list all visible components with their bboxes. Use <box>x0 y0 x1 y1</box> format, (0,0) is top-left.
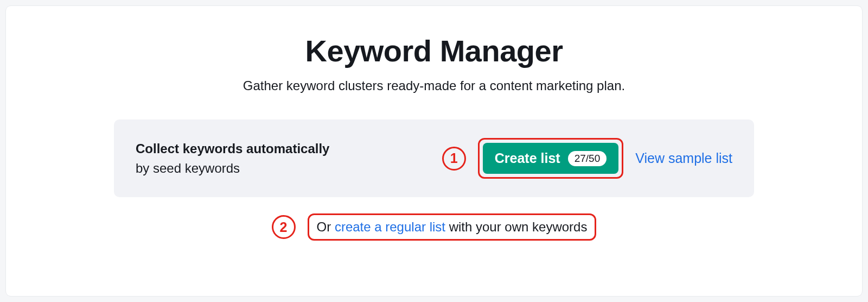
create-list-button[interactable]: Create list 27/50 <box>483 143 618 174</box>
page-title: Keyword Manager <box>305 33 563 68</box>
alt-prefix: Or <box>317 219 335 234</box>
auto-collect-text: Collect keywords automatically by seed k… <box>136 139 329 178</box>
create-list-count-pill: 27/50 <box>568 151 607 166</box>
annotation-highlight-2: Or create a regular list with your own k… <box>308 213 597 241</box>
auto-collect-right: 1 Create list 27/50 View sample list <box>442 138 732 179</box>
auto-collect-option-box: Collect keywords automatically by seed k… <box>114 119 754 197</box>
keyword-manager-card: Keyword Manager Gather keyword clusters … <box>5 5 863 297</box>
create-list-button-label: Create list <box>495 150 560 166</box>
page-subtitle: Gather keyword clusters ready-made for a… <box>243 78 625 93</box>
annotation-marker-2: 2 <box>272 215 296 239</box>
alt-option-row: 2 Or create a regular list with your own… <box>272 213 597 241</box>
annotation-highlight-1: Create list 27/50 <box>478 138 623 179</box>
auto-collect-line2: by seed keywords <box>136 161 240 175</box>
create-regular-list-link[interactable]: create a regular list <box>335 219 445 234</box>
view-sample-list-link[interactable]: View sample list <box>635 150 732 166</box>
alt-suffix: with your own keywords <box>445 219 587 234</box>
auto-collect-line1: Collect keywords automatically <box>136 141 329 156</box>
annotation-marker-1: 1 <box>442 147 466 171</box>
